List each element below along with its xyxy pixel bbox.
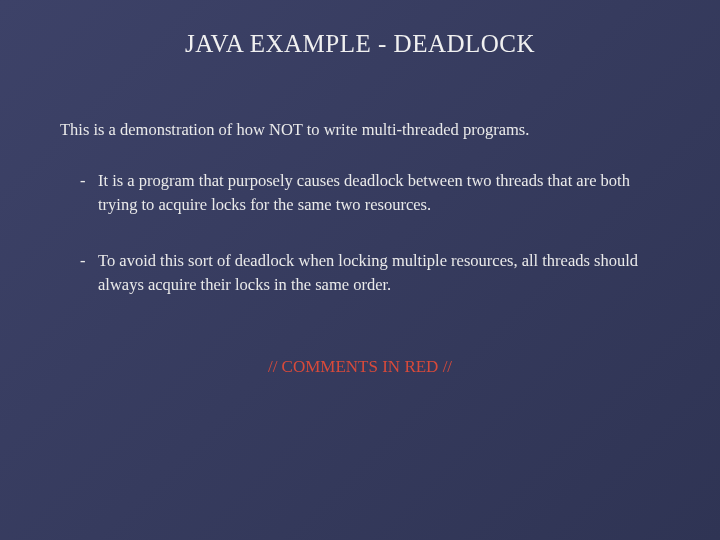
- list-item: To avoid this sort of deadlock when lock…: [80, 249, 660, 297]
- comment-note: // COMMENTS IN RED //: [60, 357, 660, 377]
- intro-text: This is a demonstration of how NOT to wr…: [60, 118, 660, 141]
- bullet-list: It is a program that purposely causes de…: [60, 169, 660, 297]
- list-item: It is a program that purposely causes de…: [80, 169, 660, 217]
- slide-container: JAVA EXAMPLE - DEADLOCK This is a demons…: [0, 0, 720, 540]
- slide-title: JAVA EXAMPLE - DEADLOCK: [60, 30, 660, 58]
